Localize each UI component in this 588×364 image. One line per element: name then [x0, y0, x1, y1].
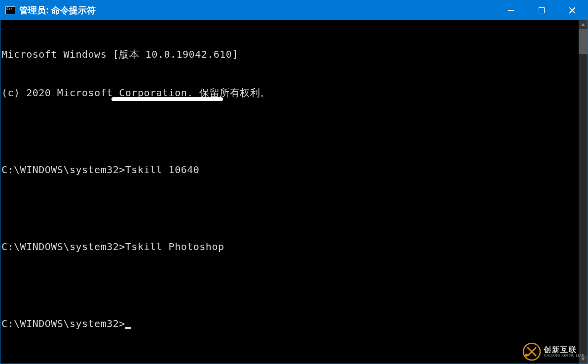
window-title: 管理员: 命令提示符	[19, 4, 496, 16]
terminal-output[interactable]: Microsoft Windows [版本 10.0.19042.610] (c…	[0, 20, 579, 364]
vertical-scrollbar[interactable]	[579, 20, 588, 364]
terminal-line: C:\WINDOWS\system32>Tskill 10640	[1, 163, 578, 176]
chevron-up-icon	[581, 23, 585, 26]
close-button[interactable]	[557, 0, 588, 20]
terminal-container: Microsoft Windows [版本 10.0.19042.610] (c…	[0, 20, 588, 364]
command-prompt-window: 管理员: 命令提示符 Microsoft Windows [版本 10.0.19…	[0, 0, 588, 364]
scrollbar-up-button[interactable]	[579, 20, 588, 29]
svg-point-1	[525, 354, 528, 357]
maximize-icon	[539, 7, 545, 13]
scrollbar-thumb[interactable]	[579, 29, 588, 54]
terminal-prompt: C:\WINDOWS\system32>	[1, 318, 125, 329]
minimize-icon	[508, 10, 514, 11]
minimize-button[interactable]	[496, 0, 526, 20]
maximize-button[interactable]	[526, 0, 557, 20]
terminal-line	[1, 279, 578, 291]
watermark-logo-icon	[523, 343, 541, 361]
highlight-underline	[111, 97, 223, 101]
scrollbar-track[interactable]	[579, 29, 588, 355]
watermark-cn: 创新互联	[544, 346, 585, 354]
terminal-line	[1, 125, 578, 138]
watermark-en: CHUANG XIN HU LIAN	[544, 354, 585, 358]
terminal-line: C:\WINDOWS\system32>Tskill Photoshop	[1, 240, 578, 253]
terminal-line	[1, 202, 578, 215]
app-icon	[5, 6, 15, 14]
watermark-text: 创新互联 CHUANG XIN HU LIAN	[544, 346, 585, 358]
close-icon	[569, 7, 576, 14]
terminal-line: (c) 2020 Microsoft Corporation. 保留所有权利。	[1, 86, 578, 99]
watermark: 创新互联 CHUANG XIN HU LIAN	[523, 343, 585, 361]
terminal-prompt-line: C:\WINDOWS\system32>	[1, 317, 578, 330]
titlebar[interactable]: 管理员: 命令提示符	[0, 0, 588, 20]
cursor-icon	[125, 327, 131, 329]
terminal-line: Microsoft Windows [版本 10.0.19042.610]	[1, 48, 578, 61]
window-controls	[496, 0, 588, 20]
